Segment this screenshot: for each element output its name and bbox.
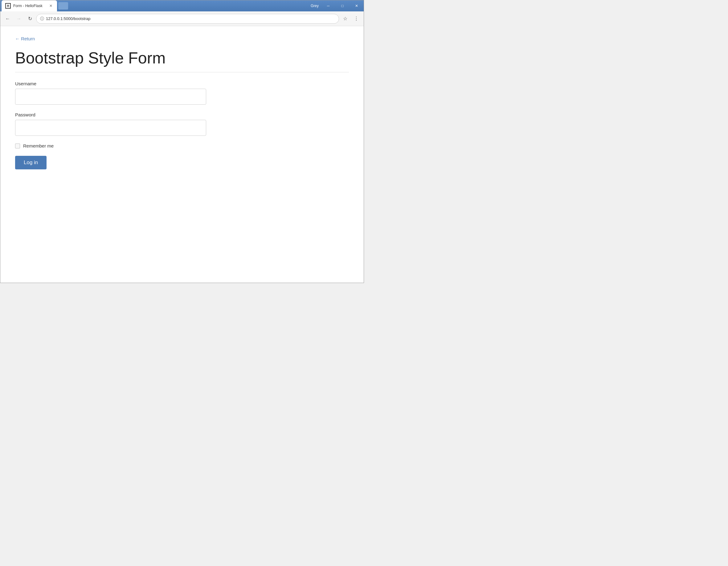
navbar: ← → ↻ ⓘ ☆ ⋮ — [0, 11, 364, 26]
remember-me-label[interactable]: Remember me — [23, 143, 54, 149]
tab-close-button[interactable]: ✕ — [48, 3, 53, 8]
forward-button[interactable]: → — [14, 14, 24, 24]
titlebar-left: H Form - HelloFlask ✕ — [0, 0, 308, 11]
titlebar: H Form - HelloFlask ✕ Grey ─ □ ✕ — [0, 0, 364, 11]
page-content: ← Return Bootstrap Style Form Username P… — [0, 26, 364, 283]
new-tab-button[interactable] — [58, 2, 68, 10]
page-title: Bootstrap Style Form — [15, 49, 349, 72]
refresh-button[interactable]: ↻ — [25, 14, 35, 24]
back-button[interactable]: ← — [3, 14, 13, 24]
password-label: Password — [15, 112, 349, 117]
username-group: Username — [15, 81, 349, 105]
tab-favicon: H — [5, 3, 11, 9]
grey-label: Grey — [308, 4, 321, 8]
bookmark-button[interactable]: ☆ — [340, 14, 350, 24]
return-link[interactable]: ← Return — [15, 36, 35, 41]
username-input[interactable] — [15, 89, 206, 105]
password-input[interactable] — [15, 120, 206, 136]
address-bar-wrapper[interactable]: ⓘ — [36, 14, 339, 24]
address-bar[interactable] — [46, 16, 335, 21]
titlebar-controls: Grey ─ □ ✕ — [308, 0, 364, 11]
close-button[interactable]: ✕ — [350, 0, 364, 11]
secure-icon: ⓘ — [40, 16, 44, 22]
minimize-button[interactable]: ─ — [321, 0, 335, 11]
login-button[interactable]: Log in — [15, 156, 47, 169]
menu-button[interactable]: ⋮ — [351, 14, 361, 24]
maximize-button[interactable]: □ — [335, 0, 350, 11]
remember-me-group: Remember me — [15, 143, 349, 149]
username-label: Username — [15, 81, 349, 86]
browser-window: H Form - HelloFlask ✕ Grey ─ □ ✕ ← → — [0, 0, 364, 283]
remember-me-checkbox[interactable] — [15, 144, 20, 149]
password-group: Password — [15, 112, 349, 136]
active-tab[interactable]: H Form - HelloFlask ✕ — [2, 0, 57, 11]
tab-title: Form - HelloFlask — [13, 4, 46, 8]
